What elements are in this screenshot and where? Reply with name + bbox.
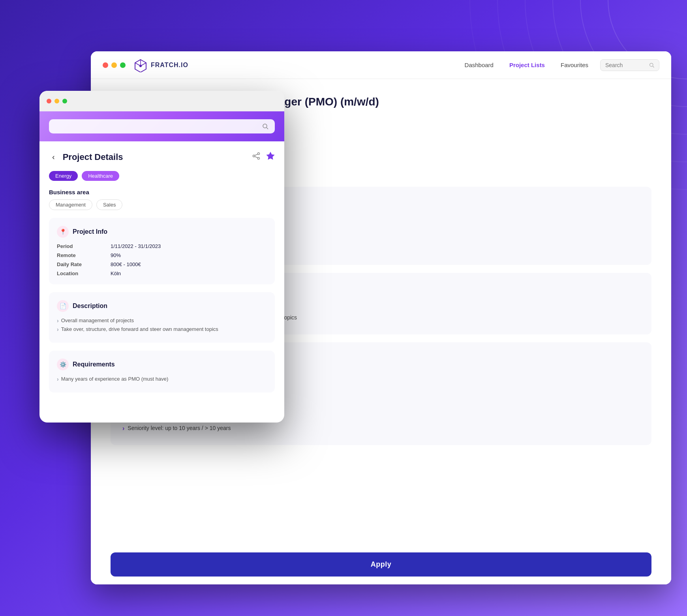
front-search-area [39, 111, 284, 141]
front-description-icon: 📄 [57, 300, 69, 312]
front-requirements-section: ⚙️ Requirements Many years of experience… [49, 351, 275, 393]
nav-project-lists[interactable]: Project Lists [509, 62, 545, 68]
search-icon [649, 62, 654, 68]
front-customer-tags: Energy Healthcare [49, 171, 275, 181]
star-icon [266, 152, 275, 160]
svg-line-19 [255, 157, 258, 158]
main-search-input[interactable] [605, 62, 646, 68]
project-details-header: ‹ Project Details [49, 151, 275, 163]
front-project-info-grid: Period 1/11/2022 - 31/1/2023 Remote 90% … [57, 243, 267, 276]
share-icon [252, 152, 261, 160]
front-daily-rate-label: Daily Rate [57, 261, 104, 267]
front-content: ‹ Project Details [39, 141, 284, 421]
front-minimize-dot[interactable] [54, 99, 59, 103]
front-desc-item-0: Overall management of projects [57, 317, 267, 324]
star-button[interactable] [266, 152, 275, 162]
front-remote-label: Remote [57, 252, 104, 258]
svg-point-15 [258, 153, 260, 155]
front-daily-rate-value: 800€ - 1000€ [111, 261, 267, 267]
logo-text: FRATCH.IO [151, 62, 188, 69]
front-close-dot[interactable] [47, 99, 51, 103]
svg-point-17 [253, 155, 255, 157]
share-button[interactable] [252, 152, 261, 162]
window-controls [103, 62, 126, 68]
logo-icon [133, 58, 148, 72]
front-req-item-0: Many years of experience as PMO (must ha… [57, 376, 267, 382]
front-requirements-list: Many years of experience as PMO (must ha… [57, 376, 267, 382]
front-description-header: 📄 Description [57, 300, 267, 312]
apply-button-container: Apply [91, 545, 671, 584]
header-icons [252, 152, 275, 162]
front-location-value: Köln [111, 270, 267, 276]
minimize-dot[interactable] [111, 62, 117, 68]
nav-links: Dashboard Project Lists Favourites [465, 62, 588, 68]
apply-button[interactable]: Apply [111, 552, 651, 577]
svg-point-10 [139, 65, 142, 67]
front-browser-topbar [39, 91, 284, 111]
front-tag-healthcare[interactable]: Healthcare [82, 171, 119, 181]
front-description-title: Description [73, 302, 107, 310]
front-description-section: 📄 Description Overall management of proj… [49, 292, 275, 343]
front-tag-management[interactable]: Management [49, 199, 92, 210]
nav-dashboard[interactable]: Dashboard [465, 62, 494, 68]
browser-topbar: FRATCH.IO Dashboard Project Lists Favour… [91, 51, 671, 79]
front-requirements-title: Requirements [73, 361, 115, 368]
front-description-list: Overall management of projects Take over… [57, 317, 267, 332]
front-search-icon [262, 123, 268, 130]
front-search-bar[interactable] [49, 119, 275, 133]
svg-line-12 [653, 66, 654, 67]
front-tag-energy[interactable]: Energy [49, 171, 78, 181]
svg-line-18 [255, 154, 258, 156]
nav-favourites[interactable]: Favourites [561, 62, 588, 68]
svg-point-16 [258, 158, 260, 160]
front-search-input[interactable] [55, 123, 258, 130]
maximize-dot[interactable] [120, 62, 126, 68]
front-project-info-header: 📍 Project Info [57, 226, 267, 238]
svg-line-14 [267, 128, 268, 129]
front-maximize-dot[interactable] [62, 99, 67, 103]
front-requirements-icon: ⚙️ [57, 359, 69, 370]
back-button[interactable]: ‹ [49, 151, 58, 163]
close-dot[interactable] [103, 62, 108, 68]
front-desc-item-1: Take over, structure, drive forward and … [57, 326, 267, 332]
front-project-info-icon: 📍 [57, 226, 69, 238]
main-search-bar[interactable] [600, 59, 659, 71]
front-business-label: Business area [49, 189, 275, 195]
front-business-tags: Management Sales [49, 199, 275, 210]
front-remote-value: 90% [111, 252, 267, 258]
front-period-label: Period [57, 243, 104, 249]
svg-marker-20 [267, 152, 274, 159]
svg-point-11 [649, 63, 653, 66]
svg-point-13 [263, 124, 267, 128]
req-item-5: Seniority level: up to 10 years / > 10 y… [122, 425, 640, 432]
front-tag-sales[interactable]: Sales [96, 199, 123, 210]
front-project-info-title: Project Info [73, 228, 107, 235]
front-location-label: Location [57, 270, 104, 276]
logo-area: FRATCH.IO [133, 58, 188, 72]
front-requirements-header: ⚙️ Requirements [57, 359, 267, 370]
front-period-value: 1/11/2022 - 31/1/2023 [111, 243, 267, 249]
project-details-title: Project Details [63, 152, 252, 162]
front-project-info-section: 📍 Project Info Period 1/11/2022 - 31/1/2… [49, 218, 275, 284]
front-business-area: Business area Management Sales [49, 189, 275, 210]
front-browser-window: ‹ Project Details [39, 91, 284, 423]
